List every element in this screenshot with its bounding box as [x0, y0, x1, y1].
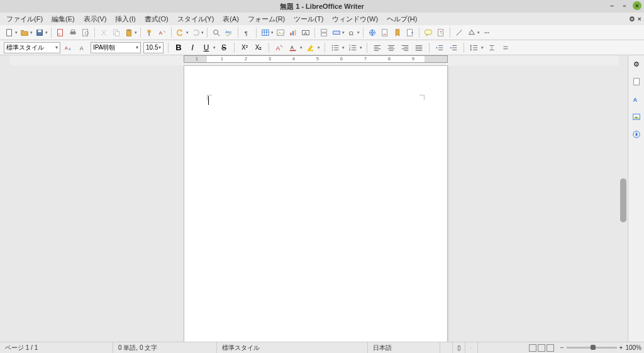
zoom-in-button[interactable]: + [619, 344, 623, 351]
table-dropdown-icon[interactable]: ▾ [271, 30, 274, 35]
paste-dropdown-icon[interactable]: ▾ [135, 30, 137, 35]
spacing-dropdown-icon[interactable]: ▾ [481, 45, 484, 50]
align-center-icon[interactable] [386, 42, 397, 53]
underline-dropdown-icon[interactable]: ▾ [213, 45, 216, 50]
decrease-para-spacing-icon[interactable] [500, 42, 511, 53]
line-icon[interactable] [453, 27, 465, 38]
align-right-icon[interactable] [399, 42, 411, 53]
track-changes-icon[interactable] [435, 27, 447, 38]
status-signature[interactable] [465, 342, 478, 353]
insert-chart-icon[interactable] [287, 27, 299, 38]
draw-functions-icon[interactable] [481, 27, 492, 38]
status-page[interactable]: ページ 1 / 1 [0, 342, 113, 353]
copy-icon[interactable] [111, 27, 122, 38]
basic-shapes-icon[interactable] [466, 27, 477, 38]
bullet-dropdown-icon[interactable]: ▾ [342, 45, 345, 50]
menu-insert[interactable]: 挿入(I) [111, 13, 139, 25]
redo-dropdown-icon[interactable]: ▾ [201, 30, 204, 35]
hyperlink-icon[interactable] [367, 27, 378, 38]
underline-button[interactable]: U [201, 42, 212, 53]
insert-textbox-icon[interactable]: A [300, 27, 311, 38]
clone-format-icon[interactable] [144, 27, 155, 38]
redo-icon[interactable] [190, 27, 201, 38]
menu-view[interactable]: 表示(V) [80, 13, 111, 25]
cut-icon[interactable] [98, 27, 109, 38]
font-name-combo[interactable]: IPA明朝▾ [91, 42, 141, 53]
sidebar-settings-icon[interactable]: ⚙ [630, 58, 643, 70]
highlight-dropdown-icon[interactable]: ▾ [318, 45, 320, 50]
new-style-icon[interactable]: A [77, 42, 88, 53]
spellcheck-icon[interactable]: Abc [223, 27, 235, 38]
comment-icon[interactable] [423, 27, 434, 38]
bold-button[interactable]: B [173, 42, 184, 53]
vertical-scrollbar[interactable] [619, 65, 628, 342]
view-book-icon[interactable] [547, 344, 554, 352]
formatting-marks-icon[interactable]: ¶ [242, 27, 253, 38]
align-justify-icon[interactable] [413, 42, 425, 53]
increase-indent-icon[interactable] [434, 42, 445, 53]
page-break-icon[interactable] [318, 27, 330, 38]
paste-icon[interactable] [123, 27, 135, 38]
special-char-icon[interactable]: Ω [346, 27, 357, 38]
number-list-icon[interactable]: 123 [347, 42, 358, 53]
field-dropdown-icon[interactable]: ▾ [342, 30, 345, 35]
status-selection-mode[interactable]: ▯ [453, 342, 465, 353]
document-canvas[interactable] [10, 65, 619, 342]
undo-icon[interactable] [175, 27, 186, 38]
clear-direct-format-icon[interactable]: A [274, 42, 285, 53]
menu-styles[interactable]: スタイル(Y) [174, 13, 218, 25]
menu-table[interactable]: 表(A) [219, 13, 243, 25]
zoom-slider[interactable] [567, 347, 617, 349]
new-doc-icon[interactable] [4, 27, 15, 38]
print-preview-icon[interactable] [80, 27, 91, 38]
page[interactable] [184, 65, 448, 342]
open-icon[interactable] [19, 27, 30, 38]
fontcolor-dropdown-icon[interactable]: ▾ [300, 45, 303, 50]
undo-dropdown-icon[interactable]: ▾ [186, 30, 189, 35]
close-button[interactable]: × [633, 1, 641, 10]
sidebar-gallery-icon[interactable] [630, 111, 643, 123]
bullet-list-icon[interactable] [330, 42, 341, 53]
sidebar-properties-icon[interactable] [630, 75, 643, 88]
increase-para-spacing-icon[interactable] [486, 42, 497, 53]
number-dropdown-icon[interactable]: ▾ [360, 45, 362, 50]
menu-window[interactable]: ウィンドウ(W) [328, 13, 382, 25]
status-language[interactable]: 日本語 [368, 342, 440, 353]
superscript-button[interactable]: X² [239, 42, 250, 53]
find-icon[interactable] [211, 27, 222, 38]
menu-format[interactable]: 書式(O) [141, 13, 172, 25]
menubar-close-icon[interactable]: × [638, 15, 641, 23]
insert-field-icon[interactable] [331, 27, 342, 38]
insert-image-icon[interactable] [275, 27, 286, 38]
zoom-slider-handle[interactable] [591, 345, 596, 350]
subscript-button[interactable]: X₂ [253, 42, 264, 53]
status-words[interactable]: 0 単語, 0 文字 [113, 342, 217, 353]
specialchar-dropdown-icon[interactable]: ▾ [357, 30, 360, 35]
update-style-icon[interactable]: AA [63, 42, 74, 53]
maximize-button[interactable]: ▫ [620, 1, 629, 10]
decrease-indent-icon[interactable] [448, 42, 459, 53]
line-spacing-icon[interactable] [469, 42, 480, 53]
strikethrough-button[interactable]: S [218, 42, 230, 53]
cross-ref-icon[interactable] [404, 27, 416, 38]
horizontal-ruler[interactable]: 1 1 2 3 4 5 6 7 8 9 [10, 55, 619, 65]
menu-form[interactable]: フォーム(R) [244, 13, 289, 25]
print-icon[interactable] [67, 27, 79, 38]
align-left-icon[interactable] [372, 42, 383, 53]
status-style[interactable]: 標準スタイル [217, 342, 368, 353]
minimize-button[interactable]: − [608, 1, 616, 10]
status-insert-mode[interactable] [440, 342, 453, 353]
save-icon[interactable] [34, 27, 45, 38]
export-pdf-icon[interactable]: P [55, 27, 66, 38]
shapes-dropdown-icon[interactable]: ▾ [477, 30, 480, 35]
menu-tools[interactable]: ツール(T) [290, 13, 327, 25]
font-size-combo[interactable]: 10.5▾ [143, 42, 164, 53]
view-single-icon[interactable] [529, 344, 536, 352]
view-multi-icon[interactable] [538, 344, 545, 352]
footnote-icon[interactable] [379, 27, 391, 38]
zoom-out-button[interactable]: − [560, 344, 564, 351]
bookmark-icon[interactable] [392, 27, 403, 38]
sidebar-styles-icon[interactable]: A [630, 93, 643, 106]
italic-button[interactable]: I [187, 42, 198, 53]
menubar-settings-icon[interactable]: ⚙ [629, 15, 635, 23]
